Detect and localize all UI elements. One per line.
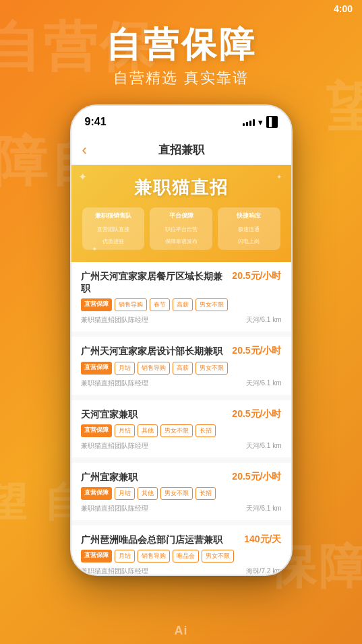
tag-other-4: 其他 bbox=[138, 487, 158, 500]
phone-status-icons: ▾ ▌ bbox=[243, 116, 278, 128]
job-footer-2: 兼职猫直招团队陈经理 天河/6.1 km bbox=[81, 379, 282, 388]
job-tags-4: 直营保障 月结 其他 男女不限 长招 bbox=[81, 487, 282, 500]
system-time: 4:00 bbox=[334, 3, 353, 14]
star-icon-1: ✦ bbox=[78, 170, 87, 183]
ai-label: Ai bbox=[175, 624, 188, 638]
tag-high-pay: 高薪 bbox=[173, 298, 193, 311]
tag-monthly-3: 月结 bbox=[115, 424, 135, 437]
tag-gender: 男女不限 bbox=[195, 298, 228, 311]
tag-sales-2: 销售导购 bbox=[138, 362, 170, 375]
job-footer-4: 兼职猫直招团队陈经理 天河/6.1 km bbox=[81, 504, 282, 513]
tag-direct-3: 直营保障 bbox=[81, 424, 112, 437]
watermark-2: 望 bbox=[326, 81, 362, 135]
job-tags-2: 直营保障 月结 销售导购 高薪 男女不限 bbox=[81, 362, 282, 375]
job-tags-5: 直营保障 月结 销售导购 唯品会 男女不限 bbox=[81, 550, 282, 562]
job-title-2: 广州天河宜家家居设计部长期兼职 bbox=[81, 345, 227, 357]
signal-icon bbox=[243, 118, 255, 126]
job-title-5: 广州琶洲唯品会总部门店运营兼职 bbox=[81, 534, 239, 546]
battery-icon: ▌ bbox=[266, 116, 278, 128]
tag-gender-5: 男女不限 bbox=[202, 550, 234, 562]
job-salary-4: 20.5元/小时 bbox=[232, 471, 281, 483]
tag-monthly-5: 月结 bbox=[115, 550, 135, 562]
job-footer-5: 兼职猫直招团队陈经理 海珠/7.2 km bbox=[81, 567, 282, 575]
star-icon-2: ✦ bbox=[276, 173, 282, 181]
phone-mockup: 9:41 ▾ ▌ ‹ 直招兼职 ✦ bbox=[70, 104, 293, 576]
job-header-3: 天河宜家兼职 20.5元/小时 bbox=[81, 408, 282, 420]
wifi-icon: ▾ bbox=[258, 117, 263, 127]
feature-item-3: 快捷响应 极速连通闪电上岗 bbox=[218, 207, 280, 250]
job-header-2: 广州天河宜家家居设计部长期兼职 20.5元/小时 bbox=[81, 345, 282, 357]
job-publisher-3: 兼职猫直招团队陈经理 bbox=[81, 441, 148, 451]
banner-title: 兼职猫直招 bbox=[82, 176, 280, 199]
job-header-4: 广州宜家兼职 20.5元/小时 bbox=[81, 471, 282, 483]
feature-item-1: 兼职猫销售队 直营团队直接优质进驻 bbox=[82, 207, 145, 250]
tag-gender-2: 男女不限 bbox=[195, 362, 228, 375]
table-row[interactable]: 广州天河宜家家居餐厅区域长期兼职 20.5元/小时 直营保障 销售导购 春节 高… bbox=[71, 262, 291, 337]
main-title: 自营保障 bbox=[0, 26, 362, 64]
job-salary-5: 140元/天 bbox=[244, 534, 281, 546]
job-publisher-2: 兼职猫直招团队陈经理 bbox=[81, 379, 148, 388]
table-row[interactable]: 广州琶洲唯品会总部门店运营兼职 140元/天 直营保障 月结 销售导购 唯品会 … bbox=[71, 525, 291, 575]
header-section: 自营保障 自营精选 真实靠谱 bbox=[0, 26, 362, 88]
tag-direct-4: 直营保障 bbox=[81, 487, 112, 500]
job-footer-3: 兼职猫直招团队陈经理 天河/6.1 km bbox=[81, 441, 282, 451]
tag-other-3: 其他 bbox=[138, 424, 158, 437]
feature-title-2: 平台保障 bbox=[155, 212, 207, 220]
feature-item-2: 平台保障 职位平台自营保障靠谱发布 bbox=[150, 207, 212, 250]
job-location-3: 天河/6.1 km bbox=[246, 441, 282, 451]
job-tags-3: 直营保障 月结 其他 男女不限 长招 bbox=[81, 424, 282, 437]
table-row[interactable]: 广州宜家兼职 20.5元/小时 直营保障 月结 其他 男女不限 长招 兼职猫直招… bbox=[71, 463, 291, 525]
star-icon-3: ✦ bbox=[92, 245, 97, 253]
job-publisher-4: 兼职猫直招团队陈经理 bbox=[81, 504, 148, 513]
feature-desc-1: 直营团队直接优质进驻 bbox=[97, 226, 129, 245]
tag-gender-3: 男女不限 bbox=[160, 424, 193, 437]
phone-inner: 9:41 ▾ ▌ ‹ 直招兼职 ✦ bbox=[71, 106, 291, 575]
page-title: 直招兼职 bbox=[158, 142, 204, 158]
feature-title-3: 快捷响应 bbox=[223, 212, 275, 220]
back-button[interactable]: ‹ bbox=[82, 141, 87, 159]
job-header-5: 广州琶洲唯品会总部门店运营兼职 140元/天 bbox=[81, 534, 282, 546]
phone-content[interactable]: ✦ ✦ ✦ 兼职猫直招 兼职猫销售队 直营团队直接优质进驻 平台保障 职位平台自… bbox=[71, 165, 291, 575]
tag-long-4: 长招 bbox=[195, 487, 216, 500]
tag-vip-5: 唯品会 bbox=[173, 550, 199, 562]
job-salary-1: 20.5元/小时 bbox=[232, 270, 281, 282]
job-salary-2: 20.5元/小时 bbox=[232, 345, 281, 357]
job-header-1: 广州天河宜家家居餐厅区域长期兼职 20.5元/小时 bbox=[81, 270, 282, 294]
tag-spring: 春节 bbox=[150, 298, 170, 311]
tag-high-2: 高薪 bbox=[173, 362, 193, 375]
job-tags-1: 直营保障 销售导购 春节 高薪 男女不限 bbox=[81, 298, 282, 311]
feature-desc-2: 职位平台自营保障靠谱发布 bbox=[165, 226, 198, 245]
tag-direct: 直营保障 bbox=[81, 298, 112, 311]
tag-long-3: 长招 bbox=[195, 424, 216, 437]
job-salary-3: 20.5元/小时 bbox=[232, 408, 281, 420]
bottom-area: Ai bbox=[0, 617, 362, 644]
job-location-2: 天河/6.1 km bbox=[246, 379, 282, 388]
job-publisher-5: 兼职猫直招团队陈经理 bbox=[81, 567, 148, 575]
job-location-5: 海珠/7.2 km bbox=[246, 567, 282, 575]
job-title-1: 广州天河宜家家居餐厅区域长期兼职 bbox=[81, 270, 227, 294]
tag-sales: 销售导购 bbox=[115, 298, 147, 311]
system-status-bar: 4:00 bbox=[0, 0, 362, 19]
phone-time: 9:41 bbox=[85, 116, 107, 128]
banner-features: 兼职猫销售队 直营团队直接优质进驻 平台保障 职位平台自营保障靠谱发布 快捷响应… bbox=[82, 207, 280, 250]
tag-gender-4: 男女不限 bbox=[160, 487, 193, 500]
job-list: 广州天河宜家家居餐厅区域长期兼职 20.5元/小时 直营保障 销售导购 春节 高… bbox=[71, 262, 291, 575]
tag-monthly: 月结 bbox=[115, 362, 135, 375]
job-title-3: 天河宜家兼职 bbox=[81, 408, 227, 420]
job-location-1: 天河/6.1 km bbox=[246, 315, 282, 325]
tag-sales-5: 销售导购 bbox=[138, 550, 170, 562]
tag-direct-5: 直营保障 bbox=[81, 550, 112, 562]
promotion-banner: ✦ ✦ ✦ 兼职猫直招 兼职猫销售队 直营团队直接优质进驻 平台保障 职位平台自… bbox=[71, 165, 291, 262]
phone-status-bar: 9:41 ▾ ▌ bbox=[71, 106, 291, 135]
table-row[interactable]: 天河宜家兼职 20.5元/小时 直营保障 月结 其他 男女不限 长招 兼职猫直招… bbox=[71, 400, 291, 463]
job-footer-1: 兼职猫直招团队陈经理 天河/6.1 km bbox=[81, 315, 282, 325]
feature-title-1: 兼职猫销售队 bbox=[88, 212, 140, 220]
job-title-4: 广州宜家兼职 bbox=[81, 471, 227, 483]
tag-direct-2: 直营保障 bbox=[81, 362, 112, 375]
table-row[interactable]: 广州天河宜家家居设计部长期兼职 20.5元/小时 直营保障 月结 销售导购 高薪… bbox=[71, 337, 291, 399]
feature-desc-3: 极速连通闪电上岗 bbox=[238, 226, 260, 245]
tag-monthly-4: 月结 bbox=[115, 487, 135, 500]
job-publisher-1: 兼职猫直招团队陈经理 bbox=[81, 315, 148, 325]
sub-title: 自营精选 真实靠谱 bbox=[0, 68, 362, 88]
job-location-4: 天河/6.1 km bbox=[246, 504, 282, 513]
